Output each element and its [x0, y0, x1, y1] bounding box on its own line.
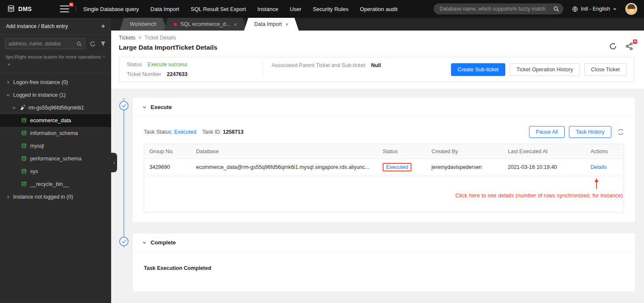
nav-security-rules[interactable]: Security Rules	[313, 6, 348, 12]
breadcrumb-tickets-link[interactable]: Tickets	[119, 35, 135, 41]
associated-ticket-label: Associated Parent Ticket and Sub-ticket	[272, 62, 365, 68]
database-icon	[21, 143, 27, 149]
nav-single-database-query[interactable]: Single Database query	[83, 6, 139, 12]
summary-divider	[263, 62, 263, 77]
ticket-number-label: Ticket Number	[127, 71, 161, 77]
nav-sql-result-set-export[interactable]: SQL Result Set Export	[190, 6, 246, 12]
close-icon[interactable]: ×	[8, 62, 11, 67]
db-item-information-schema[interactable]: information_schema	[0, 127, 111, 140]
col-created-by: Created By	[426, 144, 503, 159]
col-last-executed-at: Last Executed At	[503, 144, 585, 159]
close-ticket-button[interactable]: Close Ticket	[584, 63, 627, 76]
tree-group-label: Logon-free instance (0)	[13, 79, 68, 85]
add-instance-button[interactable]: +	[101, 22, 105, 30]
global-search-input[interactable]	[440, 6, 553, 12]
task-id-label: Task ID:	[202, 129, 221, 135]
chevron-down-icon	[12, 106, 16, 110]
execute-card-header[interactable]: Execute	[133, 98, 635, 117]
refresh-instances-button[interactable]	[90, 41, 96, 47]
ticket-steps: Execute Task Status: Executed Task ID: 1…	[111, 89, 644, 303]
col-status: Status	[378, 144, 426, 159]
sidebar-search-input[interactable]	[8, 41, 76, 47]
database-icon	[21, 168, 27, 174]
search-icon[interactable]	[553, 6, 559, 12]
global-database-search	[434, 3, 563, 14]
tab-workbench[interactable]: Workbench	[120, 18, 167, 31]
complete-card-header[interactable]: Complete	[133, 233, 635, 252]
top-navigation: Single Database query Data Import SQL Re…	[83, 6, 398, 12]
tab-data-import[interactable]: Data Import ×	[244, 18, 299, 31]
pause-all-button[interactable]: Pause All	[529, 126, 565, 138]
cell-last-executed-at: 2021-03-16 10:19:40	[503, 159, 585, 176]
cell-created-by: jeremydavispedersen	[426, 159, 503, 176]
annotation-arrow-up-icon	[594, 178, 599, 189]
chevron-down-icon	[142, 105, 147, 109]
tree-group-not-logged-in[interactable]: Instance not logged in (0)	[0, 191, 111, 203]
add-instance-row: Add instance / Batch entry +	[0, 18, 111, 35]
cell-status: Executed	[378, 159, 426, 176]
language-switcher[interactable]: Intl - English	[572, 6, 617, 12]
tab-label: Data Import	[254, 21, 282, 27]
refresh-page-button[interactable]	[609, 42, 617, 50]
details-link[interactable]: Details	[591, 164, 607, 170]
complete-card: Complete Task Execution Completed	[132, 233, 636, 292]
chevron-down-icon	[6, 93, 10, 97]
col-database: Database	[191, 144, 378, 159]
database-name-label: mysql	[30, 143, 44, 149]
nav-data-import[interactable]: Data Import	[151, 6, 179, 12]
globe-icon	[572, 6, 578, 12]
ticket-operation-history-button[interactable]: Ticket Operation History	[510, 63, 580, 76]
database-name-label: ecommerce_data	[30, 118, 71, 123]
database-name-label: sys	[30, 168, 38, 174]
sidebar-collapse-handle[interactable]: ‹	[111, 153, 117, 172]
tab-sql-ecommerce[interactable]: SQL ecommerce_d... ×	[164, 18, 247, 31]
search-icon	[76, 41, 82, 47]
database-name-label: __recycle_bin__	[30, 181, 69, 187]
task-status-label: Task Status:	[144, 129, 173, 135]
create-sub-ticket-button[interactable]: Create Sub-ticket	[451, 63, 506, 76]
tree-group-label: Instance not logged in (0)	[13, 194, 73, 200]
database-stack-icon	[7, 5, 15, 13]
chevron-down-icon	[142, 240, 147, 245]
execute-card: Execute Task Status: Executed Task ID: 1…	[132, 97, 636, 223]
nav-user[interactable]: User	[290, 6, 301, 12]
top-bar: DMS N Single Database query Data Import …	[0, 0, 644, 18]
close-icon[interactable]: ×	[234, 21, 237, 28]
chevron-right-icon	[6, 195, 10, 199]
ticket-header: Tickets > Ticket Details Large Data Impo…	[111, 31, 644, 89]
db-item-ecommerce-data[interactable]: ecommerce_data	[0, 114, 111, 127]
filter-icon[interactable]	[100, 41, 106, 47]
user-avatar[interactable]	[625, 3, 637, 15]
nav-instance[interactable]: Instance	[258, 6, 278, 12]
database-icon	[21, 156, 27, 161]
nav-operation-audit[interactable]: Operation audit	[360, 6, 398, 12]
tree-group-logon-free[interactable]: Logon-free instance (0)	[0, 76, 111, 89]
share-button[interactable]: N	[625, 42, 633, 50]
ticket-summary-card: Status Execute success Ticket Number 224…	[119, 57, 635, 82]
task-history-button[interactable]: Task History	[569, 126, 611, 138]
tree-instance-rm-gs55q96fd56qmk6i1[interactable]: rm-gs55q96fd56qmk6i1	[0, 101, 111, 114]
close-icon[interactable]: ×	[286, 21, 289, 28]
db-item-mysql[interactable]: mysql	[0, 140, 111, 152]
db-item-sys[interactable]: sys	[0, 165, 111, 178]
breadcrumb: Tickets > Ticket Details	[119, 35, 635, 41]
cell-actions: Details	[585, 159, 624, 176]
dms-app: DMS N Single Database query Data Import …	[0, 0, 644, 303]
tree-group-logged-in[interactable]: Logged in instance (1)	[0, 89, 111, 101]
page-title: Large Data ImportTicket Details	[119, 44, 635, 51]
cell-group-no: 3429690	[144, 159, 191, 176]
main-menu-button[interactable]: N	[60, 6, 69, 12]
tree-group-label: Logged in instance (1)	[13, 92, 66, 98]
dms-logo[interactable]: DMS	[7, 5, 32, 13]
cell-database: ecommerce_data@rm-gs55q96fd56qmk6i1.mysq…	[191, 159, 378, 176]
task-table: Group No. Database Status Created By Las…	[144, 144, 624, 213]
refresh-tasks-icon[interactable]	[617, 129, 624, 135]
instance-sidebar: Add instance / Batch entry +	[0, 18, 111, 303]
table-row: 3429690 ecommerce_data@rm-gs55q96fd56qmk…	[144, 159, 624, 176]
execute-title: Execute	[151, 104, 172, 110]
status-label: Status	[127, 62, 142, 67]
breadcrumb-separator: >	[138, 35, 141, 41]
brand-name: DMS	[18, 6, 32, 12]
db-item-recycle-bin[interactable]: __recycle_bin__	[0, 178, 111, 191]
db-item-performance-schema[interactable]: performance_schema	[0, 152, 111, 165]
